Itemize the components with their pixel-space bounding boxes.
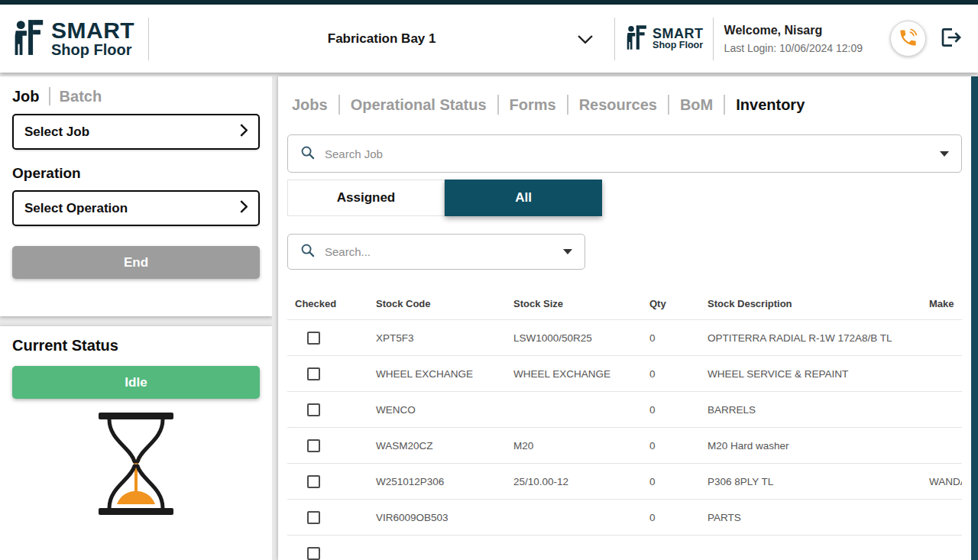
tab-job[interactable]: Job bbox=[12, 88, 40, 105]
row-checkbox[interactable] bbox=[307, 511, 320, 524]
assigned-all-toggle: Assigned All bbox=[287, 180, 962, 216]
search-icon bbox=[300, 145, 315, 163]
tab-inventory[interactable]: Inventory bbox=[736, 96, 805, 114]
cell-make bbox=[926, 536, 962, 560]
dropdown-caret-icon[interactable] bbox=[563, 249, 572, 254]
cell-stock-size: M20 bbox=[510, 428, 646, 464]
job-search-input[interactable] bbox=[325, 147, 940, 160]
cell-stock-size bbox=[510, 500, 646, 536]
main-panel: Jobs Operational Status Forms Resources … bbox=[278, 76, 971, 560]
row-checkbox[interactable] bbox=[307, 475, 320, 488]
chevron-right-icon bbox=[239, 124, 248, 141]
checkbox-cell bbox=[287, 464, 373, 500]
cell-stock-size: WHEEL EXCHANGE bbox=[510, 356, 646, 392]
header: SMART Shop Floor Fabrication Bay 1 bbox=[0, 5, 978, 73]
column-header-make: Make bbox=[926, 286, 962, 320]
row-checkbox[interactable] bbox=[307, 439, 320, 452]
cell-make bbox=[926, 320, 962, 356]
cell-stock-code: W251012P306 bbox=[373, 464, 510, 500]
hourglass-icon bbox=[12, 411, 260, 516]
cell-stock-description: BARRELS bbox=[704, 392, 926, 428]
tab-batch[interactable]: Batch bbox=[60, 88, 102, 105]
tab-operational-status[interactable]: Operational Status bbox=[351, 96, 487, 114]
inventory-table-body: XPT5F3LSW1000/50R250OPTITERRA RADIAL R-1… bbox=[287, 320, 962, 560]
select-job-label: Select Job bbox=[24, 125, 89, 140]
current-status-panel: Current Status Idle bbox=[0, 326, 272, 560]
station-selector[interactable]: Fabrication Bay 1 bbox=[149, 5, 614, 73]
logo-text: SMART Shop Floor bbox=[653, 27, 704, 50]
tab-bom[interactable]: BoM bbox=[680, 96, 713, 114]
job-search bbox=[287, 134, 962, 173]
tab-divider bbox=[668, 95, 669, 115]
select-operation-label: Select Operation bbox=[24, 201, 128, 216]
table-header-row: Checked Stock Code Stock Size Qty Stock … bbox=[287, 286, 962, 320]
logout-icon bbox=[940, 25, 964, 52]
logo-subtitle: Shop Floor bbox=[653, 40, 704, 50]
cell-stock-description bbox=[704, 536, 926, 560]
cell-stock-size bbox=[510, 392, 646, 428]
column-header-stock-size: Stock Size bbox=[510, 286, 646, 320]
logo-subtitle: Shop Floor bbox=[51, 42, 134, 58]
logout-button[interactable] bbox=[940, 25, 964, 52]
table-row: W251012P30625/10.00-120P306 8PLY TLWANDA bbox=[287, 464, 962, 500]
sidebar: Job Batch Select Job Operation Select Op… bbox=[0, 76, 272, 560]
column-header-qty: Qty bbox=[646, 286, 704, 320]
last-login-text: Last Login: 10/06/2024 12:09 bbox=[724, 42, 863, 54]
cell-stock-code: VIR6009OB503 bbox=[373, 500, 510, 536]
checkbox-cell bbox=[287, 356, 373, 392]
cell-stock-size bbox=[510, 536, 646, 560]
cell-make bbox=[926, 500, 962, 536]
chevron-right-icon bbox=[239, 200, 248, 217]
all-tab[interactable]: All bbox=[445, 180, 602, 216]
cell-stock-code: XPT5F3 bbox=[373, 320, 510, 356]
status-badge: Idle bbox=[12, 366, 260, 399]
checkbox-cell bbox=[287, 536, 373, 560]
content-area: Job Batch Select Job Operation Select Op… bbox=[0, 73, 978, 560]
cell-qty: 0 bbox=[646, 356, 704, 392]
app-window: SMART Shop Floor Fabrication Bay 1 bbox=[0, 0, 978, 560]
row-checkbox[interactable] bbox=[307, 332, 320, 345]
cell-qty: 0 bbox=[646, 392, 704, 428]
cell-stock-size: 25/10.00-12 bbox=[510, 464, 646, 500]
row-checkbox[interactable] bbox=[307, 367, 320, 380]
job-batch-tabs: Job Batch bbox=[12, 87, 260, 105]
cell-qty: 0 bbox=[646, 320, 704, 356]
tab-jobs[interactable]: Jobs bbox=[292, 96, 328, 114]
operation-heading: Operation bbox=[12, 165, 260, 182]
table-row: VIR6009OB5030PARTS bbox=[287, 500, 962, 536]
smart-shopfloor-logo-icon bbox=[624, 24, 647, 53]
logo-title: SMART bbox=[51, 19, 134, 42]
table-row: WASM20CZM200M20 Hard washer bbox=[287, 428, 962, 464]
checkbox-cell bbox=[287, 500, 373, 536]
table-row: XPT5F3LSW1000/50R250OPTITERRA RADIAL R-1… bbox=[287, 320, 962, 356]
tab-resources[interactable]: Resources bbox=[579, 96, 657, 114]
phone-icon bbox=[898, 28, 918, 50]
row-checkbox[interactable] bbox=[307, 403, 320, 416]
tab-divider bbox=[338, 95, 340, 115]
smart-shopfloor-logo-icon bbox=[11, 19, 44, 59]
cell-qty bbox=[646, 536, 704, 560]
main-tabs: Jobs Operational Status Forms Resources … bbox=[287, 76, 962, 115]
table-row: WENCO0BARRELS bbox=[287, 392, 962, 428]
tab-divider bbox=[497, 95, 499, 115]
tab-forms[interactable]: Forms bbox=[510, 96, 556, 114]
cell-make bbox=[926, 428, 962, 464]
dropdown-caret-icon[interactable] bbox=[940, 151, 949, 157]
call-button[interactable] bbox=[890, 21, 926, 57]
select-job-button[interactable]: Select Job bbox=[12, 114, 260, 150]
column-header-stock-code: Stock Code bbox=[373, 286, 510, 320]
inventory-search-input[interactable] bbox=[325, 245, 563, 258]
row-checkbox[interactable] bbox=[307, 547, 320, 560]
cell-stock-description: WHEEL SERVICE & REPAINT bbox=[704, 356, 926, 392]
tab-divider bbox=[724, 95, 725, 115]
cell-qty: 0 bbox=[646, 500, 704, 536]
select-operation-button[interactable]: Select Operation bbox=[12, 190, 260, 226]
vertical-scrollbar[interactable] bbox=[971, 76, 978, 560]
cell-make bbox=[926, 356, 962, 392]
cell-make bbox=[926, 392, 962, 428]
chevron-down-icon bbox=[578, 33, 593, 47]
cell-qty: 0 bbox=[646, 464, 704, 500]
assigned-tab[interactable]: Assigned bbox=[287, 180, 445, 216]
end-button[interactable]: End bbox=[12, 246, 260, 279]
column-header-checked: Checked bbox=[287, 286, 373, 320]
